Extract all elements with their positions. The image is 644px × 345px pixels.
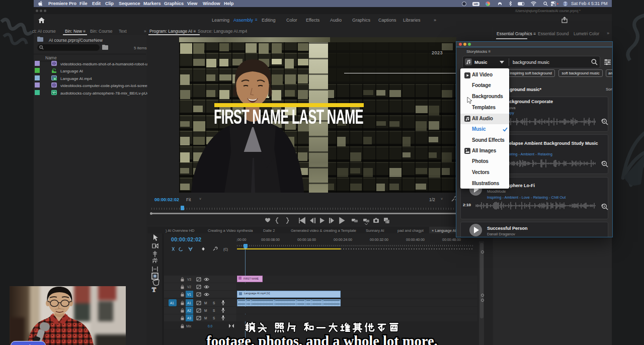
svg-text:T: T <box>152 286 156 293</box>
svg-text:(C): (C) <box>223 247 228 251</box>
